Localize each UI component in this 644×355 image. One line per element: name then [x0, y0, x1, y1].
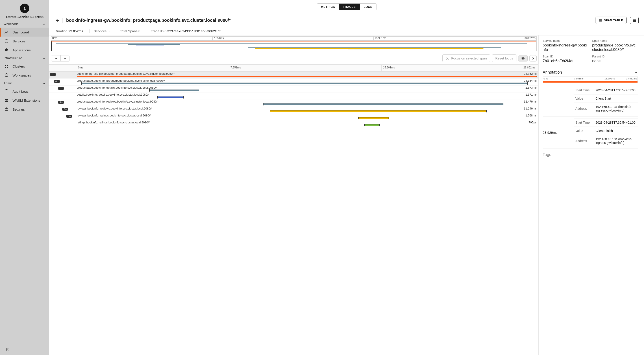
annotation-value: 192.168.49.134 (bookinfo-ingress-gw.book…	[594, 135, 638, 147]
span-name: details.bookinfo: details.bookinfo.svc.c…	[77, 93, 149, 96]
minimap-bar	[56, 43, 527, 44]
span-table-button[interactable]: SPAN TABLE	[596, 17, 626, 24]
span-tick	[486, 110, 487, 112]
annotation-time: 23.929ms	[543, 118, 574, 147]
span-name: reviews.bookinfo: reviews.bookinfo.svc.c…	[77, 107, 152, 110]
annotation-time	[543, 86, 574, 114]
span-name: productpage.bookinfo: productpage.bookin…	[77, 79, 165, 82]
eye-toggle-button[interactable]	[518, 55, 528, 62]
span-tick	[184, 96, 184, 99]
annotation-key: Value	[574, 95, 594, 103]
collapse-spans-button[interactable]	[51, 56, 60, 61]
tab-metrics[interactable]: METRICS	[317, 4, 339, 10]
tags-section-toggle[interactable]: Tags	[543, 151, 638, 159]
span-child-count-badge[interactable]: 6–	[54, 80, 60, 83]
span-child-count-badge[interactable]: 7–	[50, 73, 56, 76]
span-child-count-badge[interactable]: 1–	[66, 115, 72, 118]
tab-logs[interactable]: LOGS	[360, 4, 376, 10]
span-tick	[388, 117, 389, 119]
span-tick	[380, 124, 380, 126]
annotation-value: 2023-04-28T17:36:54+01:00	[594, 119, 638, 127]
span-row[interactable]: 2– reviews.bookinfo: reviews.bookinfo.sv…	[49, 106, 538, 113]
annotation-row: ValueClient Start	[574, 95, 638, 103]
back-button[interactable]	[55, 18, 62, 23]
span-tick	[157, 96, 158, 99]
minimap-bar	[354, 50, 370, 50]
svg-point-12	[522, 58, 524, 59]
parent-id-label: Parent ID	[592, 55, 638, 58]
span-child-count-badge[interactable]: 1–	[58, 87, 64, 90]
next-button[interactable]	[530, 55, 536, 62]
span-row[interactable]: 3– productpage.bookinfo: reviews.bookinf…	[49, 99, 538, 106]
annotation-block: Start Time2023-04-28T17:36:54+01:00Value…	[543, 86, 638, 114]
span-tick	[82, 82, 82, 85]
span-tick	[528, 82, 528, 85]
minimap-bar	[136, 46, 164, 46]
annotation-row: Start Time2023-04-28T17:36:54+01:00	[574, 119, 638, 127]
annotation-value: 192.168.49.134 (bookinfo-ingress-gw.book…	[594, 103, 638, 115]
span-duration: 12.476ms	[524, 100, 536, 103]
annotation-key: Address	[574, 135, 594, 147]
span-row[interactable]: 1– reviews.bookinfo: ratings.bookinfo.sv…	[49, 113, 538, 120]
span-bar	[157, 97, 184, 98]
span-row[interactable]: 7– bookinfo-ingress-gw.bookinfo: product…	[49, 72, 538, 79]
annotation-key: Start Time	[574, 119, 594, 127]
minimap-bar	[248, 47, 502, 48]
trace-title: bookinfo-ingress-gw.bookinfo: productpag…	[66, 18, 592, 23]
span-bar	[263, 104, 504, 105]
span-duration: 23.852ms	[524, 72, 536, 75]
expand-collapse-group	[51, 55, 70, 62]
annotation-key: Value	[574, 127, 594, 135]
span-id-value: 7b01eb6af0b2f4df	[543, 59, 588, 63]
annotation-value: Client Finish	[594, 127, 638, 135]
span-bar	[364, 124, 380, 126]
annotation-row: ValueClient Finish	[574, 127, 638, 135]
service-name-value: bookinfo-ingress-gw.bookinfo	[543, 43, 588, 52]
annotation-row: Address192.168.49.134 (bookinfo-ingress-…	[574, 103, 638, 115]
span-bar	[82, 83, 528, 84]
span-child-count-badge[interactable]: 3–	[58, 101, 64, 104]
span-bar	[77, 76, 536, 77]
trace-stats: Duration 23.852ms Services 5 Total Spans…	[49, 27, 644, 36]
span-list-header: 0ms 7.951ms 15.901ms 23.852ms	[49, 64, 538, 72]
view-tabs: METRICS TRACES LOGS	[49, 0, 644, 14]
trace-minimap[interactable]: 0ms 7.951ms 15.901ms 23.852ms	[51, 36, 536, 51]
reset-focus-button[interactable]: Reset focus	[492, 54, 516, 62]
sidebar-dim-overlay	[0, 0, 49, 355]
trace-timeline-pane: 0ms 7.951ms 15.901ms 23.852ms	[49, 36, 538, 355]
span-name: productpage.bookinfo: details.bookinfo.s…	[77, 86, 157, 89]
span-id-label: Span ID	[543, 55, 588, 58]
expand-spans-button[interactable]	[60, 56, 70, 61]
span-row[interactable]: details.bookinfo: details.bookinfo.svc.c…	[49, 93, 538, 99]
span-tick	[364, 124, 364, 126]
annotation-section-toggle[interactable]: Annotation	[543, 68, 638, 77]
service-name-label: Service name	[543, 39, 588, 43]
annotation-key: Address	[574, 103, 594, 115]
tab-traces[interactable]: TRACES	[339, 4, 360, 10]
annotation-timeline: 0ms 7.951ms 15.901ms 23.852ms	[543, 77, 638, 83]
focus-icon	[446, 57, 449, 60]
span-duration: 23.164ms	[524, 79, 536, 82]
sidebar: Tetrate Service Express WorkloadsDashboa…	[0, 0, 49, 355]
annotation-row: Start Time2023-04-28T17:36:54+01:00	[574, 86, 638, 95]
span-name: reviews.bookinfo: ratings.bookinfo.svc.c…	[77, 114, 151, 117]
menu-button[interactable]	[630, 17, 638, 24]
minimap-bar	[128, 44, 180, 45]
span-tick	[358, 117, 358, 119]
span-row[interactable]: ratings.bookinfo: ratings.bookinfo.svc.c…	[49, 120, 538, 127]
annotation-block: 23.929msStart Time2023-04-28T17:36:54+01…	[543, 118, 638, 147]
annotation-value: 2023-04-28T17:36:54+01:00	[594, 86, 638, 95]
chevron-up-icon	[634, 71, 638, 74]
focus-span-button[interactable]: Focus on selected span	[442, 54, 490, 62]
span-name: ratings.bookinfo: ratings.bookinfo.svc.c…	[77, 121, 150, 124]
span-duration: 11.246ms	[524, 107, 536, 110]
span-child-count-badge[interactable]: 2–	[62, 108, 68, 111]
annotation-value: Client Start	[594, 95, 638, 103]
span-row[interactable]: 6– productpage.bookinfo: productpage.boo…	[49, 79, 538, 86]
span-duration: 2.573ms	[526, 86, 536, 89]
span-name-value: productpage.bookinfo.svc.cluster.local:9…	[592, 43, 638, 52]
span-name: productpage.bookinfo: reviews.bookinfo.s…	[77, 100, 158, 103]
annotation-row: Address192.168.49.134 (bookinfo-ingress-…	[574, 135, 638, 147]
span-row[interactable]: 1– productpage.bookinfo: details.bookinf…	[49, 86, 538, 93]
span-tick	[270, 110, 270, 112]
